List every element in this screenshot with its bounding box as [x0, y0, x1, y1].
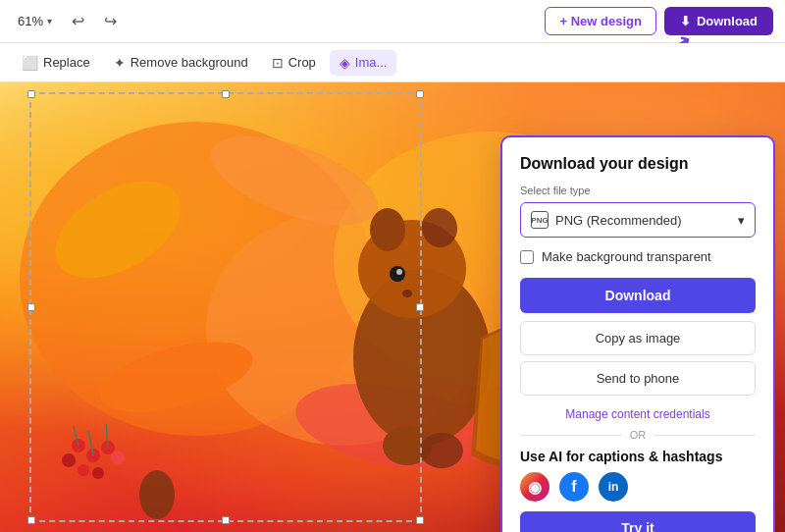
file-type-subtitle: Select file type [520, 185, 756, 196]
transparent-bg-label[interactable]: Make background transparent [542, 249, 711, 264]
file-type-value: PNG (Recommended) [555, 213, 682, 228]
file-type-icon: PNG [531, 211, 549, 229]
transparent-bg-checkbox[interactable] [520, 250, 534, 264]
linkedin-icon[interactable]: in [599, 472, 628, 502]
selection-border [29, 92, 422, 522]
linkedin-symbol: in [608, 480, 619, 494]
new-design-label: + New design [559, 14, 641, 28]
new-design-button[interactable]: + New design [545, 7, 655, 35]
try-it-label: Try it [621, 520, 654, 532]
social-icons-row: ◉ f in [520, 472, 756, 502]
send-to-phone-button[interactable]: Send to phone [520, 361, 756, 396]
try-it-button[interactable]: Try it [520, 511, 756, 532]
panel-title: Download your design [520, 155, 756, 173]
zoom-value: 61% [18, 14, 43, 28]
or-line-right [654, 435, 756, 436]
crop-label: Crop [288, 55, 316, 70]
or-line-left [520, 435, 622, 436]
resize-handle-bm[interactable] [222, 516, 230, 524]
download-top-label: Download [697, 14, 758, 28]
or-text: OR [630, 429, 647, 441]
undo-button[interactable]: ↩ [66, 8, 90, 34]
replace-icon: ⬜ [22, 55, 38, 71]
remove-background-label: Remove background [131, 55, 248, 70]
resize-handle-tr[interactable] [416, 90, 424, 98]
resize-handle-bl[interactable] [27, 516, 35, 524]
top-bar: 61% ▾ ↩ ↪ + New design ⬇ Download ➜ [0, 0, 785, 43]
resize-handle-mr[interactable] [416, 303, 424, 311]
resize-handle-ml[interactable] [27, 303, 35, 311]
image-label: Ima... [355, 55, 388, 70]
manage-credentials-link[interactable]: Manage content credentials [520, 407, 756, 421]
replace-button[interactable]: ⬜ Replace [12, 50, 100, 76]
remove-background-button[interactable]: ✦ Remove background [104, 50, 258, 76]
zoom-control[interactable]: 61% ▾ [12, 10, 58, 32]
download-panel: Download your design Select file type PN… [500, 135, 775, 532]
file-type-left: PNG PNG (Recommended) [531, 211, 682, 229]
remove-bg-icon: ✦ [114, 55, 126, 71]
resize-handle-tm[interactable] [222, 90, 230, 98]
facebook-icon[interactable]: f [559, 472, 589, 502]
top-bar-left: 61% ▾ ↩ ↪ [12, 8, 123, 34]
replace-label: Replace [43, 55, 90, 70]
image-icon: ◈ [340, 55, 350, 71]
facebook-symbol: f [571, 478, 576, 496]
crop-icon: ⊡ [272, 55, 284, 71]
file-type-chevron-icon: ▾ [738, 213, 745, 228]
instagram-icon[interactable]: ◉ [520, 472, 550, 502]
download-button[interactable]: Download [520, 278, 756, 313]
resize-handle-tl[interactable] [27, 90, 35, 98]
ai-section-title: Use AI for captions & hashtags [520, 449, 756, 464]
send-to-phone-label: Send to phone [597, 371, 680, 386]
canvas-area: Download your design Select file type PN… [0, 82, 785, 532]
resize-handle-br[interactable] [416, 516, 424, 524]
zoom-chevron-icon: ▾ [47, 16, 52, 27]
image-adjust-button[interactable]: ◈ Ima... [330, 50, 397, 76]
redo-button[interactable]: ↪ [98, 8, 123, 34]
copy-as-image-label: Copy as image [596, 331, 681, 346]
or-divider: OR [520, 429, 756, 441]
top-bar-right: + New design ⬇ Download [545, 7, 773, 35]
download-btn-label: Download [605, 288, 671, 303]
transparent-bg-row: Make background transparent [520, 249, 756, 264]
copy-as-image-button[interactable]: Copy as image [520, 321, 756, 355]
secondary-toolbar: ⬜ Replace ✦ Remove background ⊡ Crop ◈ I… [0, 43, 785, 82]
crop-button[interactable]: ⊡ Crop [262, 50, 326, 76]
file-type-select[interactable]: PNG PNG (Recommended) ▾ [520, 202, 756, 238]
instagram-symbol: ◉ [528, 478, 542, 497]
